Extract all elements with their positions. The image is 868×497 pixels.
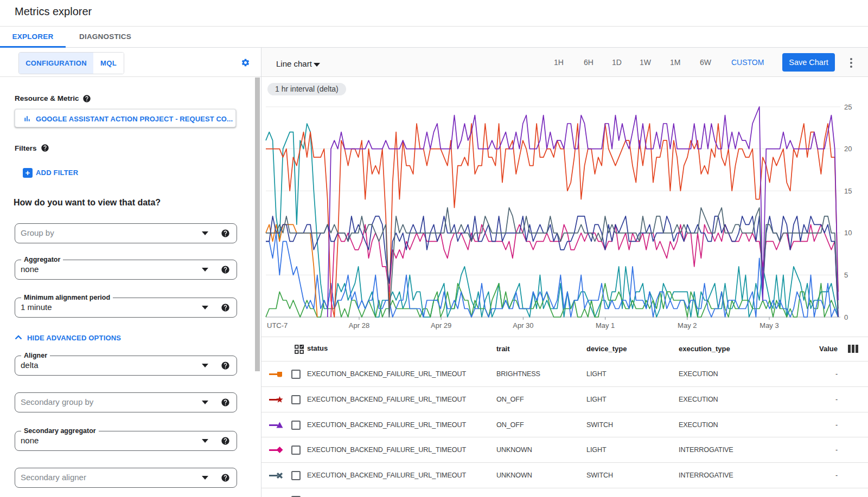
- svg-text:Apr 29: Apr 29: [431, 321, 451, 330]
- svg-text:25: 25: [844, 103, 852, 111]
- svg-text:10: 10: [844, 229, 852, 237]
- svg-text:May 3: May 3: [760, 321, 778, 330]
- svg-text:5: 5: [844, 271, 848, 279]
- svg-text:May 2: May 2: [678, 321, 697, 330]
- svg-text:Apr 30: Apr 30: [513, 321, 533, 330]
- svg-text:0: 0: [844, 313, 848, 321]
- svg-text:May 1: May 1: [596, 321, 615, 330]
- svg-text:20: 20: [844, 145, 852, 153]
- svg-text:Apr 28: Apr 28: [349, 321, 369, 330]
- svg-text:15: 15: [844, 187, 852, 195]
- svg-text:UTC-7: UTC-7: [267, 321, 288, 330]
